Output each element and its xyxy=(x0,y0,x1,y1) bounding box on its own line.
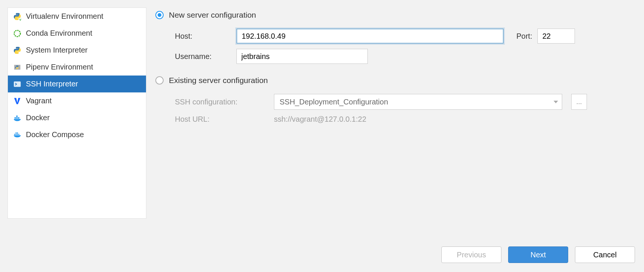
docker-compose-icon xyxy=(13,131,21,139)
ssh-config-browse-button[interactable]: ... xyxy=(571,94,587,110)
svg-rect-3 xyxy=(15,117,16,119)
svg-rect-8 xyxy=(15,134,17,135)
host-url-value: ssh://vagrant@127.0.0.1:22 xyxy=(274,115,366,124)
docker-icon xyxy=(13,114,21,122)
sidebar-item-docker[interactable]: Docker xyxy=(8,109,146,126)
chevron-down-icon xyxy=(554,101,558,103)
sidebar-item-label: Conda Environment xyxy=(26,29,92,38)
cancel-button[interactable]: Cancel xyxy=(575,246,635,263)
sidebar-item-label: System Interpreter xyxy=(26,46,88,54)
pipenv-icon xyxy=(13,63,21,71)
ssh-config-select[interactable]: SSH_Deployment_Configuration xyxy=(274,94,562,110)
interpreter-type-sidebar: v Virtualenv Environment Conda Environme… xyxy=(8,8,146,219)
ssh-config-value: SSH_Deployment_Configuration xyxy=(280,98,388,106)
sidebar-item-ssh[interactable]: SSH Interpreter xyxy=(8,76,146,92)
username-input[interactable] xyxy=(236,49,368,64)
existing-server-label: Existing server configuration xyxy=(169,76,268,85)
svg-rect-7 xyxy=(14,134,15,135)
sidebar-item-label: Docker Compose xyxy=(26,130,84,139)
host-input[interactable] xyxy=(236,29,504,44)
svg-rect-9 xyxy=(17,134,18,135)
host-label: Host: xyxy=(175,32,231,41)
radio-existing-server[interactable] xyxy=(155,76,164,85)
python-icon xyxy=(13,46,21,54)
radio-new-server[interactable] xyxy=(155,11,164,19)
sidebar-item-label: SSH Interpreter xyxy=(26,80,78,88)
svg-rect-12 xyxy=(17,132,18,133)
svg-rect-2 xyxy=(14,81,21,87)
ssh-config-panel: New server configuration Host: Port: Use… xyxy=(155,8,636,264)
python-virtualenv-icon: v xyxy=(13,12,21,21)
sidebar-item-virtualenv[interactable]: v Virtualenv Environment xyxy=(8,8,146,25)
sidebar-item-conda[interactable]: Conda Environment xyxy=(8,25,146,42)
conda-icon xyxy=(13,29,21,38)
sidebar-item-pipenv[interactable]: Pipenv Environment xyxy=(8,59,146,76)
sidebar-item-label: Virtualenv Environment xyxy=(26,12,103,21)
ssh-terminal-icon xyxy=(13,80,21,88)
sidebar-item-label: Vagrant xyxy=(26,97,52,105)
new-server-label: New server configuration xyxy=(169,11,256,20)
svg-rect-4 xyxy=(16,117,18,119)
svg-rect-6 xyxy=(16,115,18,117)
svg-rect-11 xyxy=(15,132,17,133)
svg-text:v: v xyxy=(20,18,22,21)
next-button[interactable]: Next xyxy=(508,246,568,263)
ssh-config-label: SSH configuration: xyxy=(175,98,269,106)
vagrant-icon xyxy=(13,97,21,105)
wizard-button-bar: Previous Next Cancel xyxy=(441,246,635,263)
sidebar-item-label: Docker xyxy=(26,113,50,122)
username-label: Username: xyxy=(175,52,231,61)
svg-rect-5 xyxy=(18,117,20,119)
sidebar-item-vagrant[interactable]: Vagrant xyxy=(8,92,146,109)
port-input[interactable] xyxy=(537,29,575,44)
sidebar-item-label: Pipenv Environment xyxy=(26,63,93,71)
sidebar-item-docker-compose[interactable]: Docker Compose xyxy=(8,126,146,143)
sidebar-item-system[interactable]: System Interpreter xyxy=(8,42,146,59)
svg-rect-10 xyxy=(18,134,20,135)
previous-button[interactable]: Previous xyxy=(441,246,501,263)
host-url-label: Host URL: xyxy=(175,115,269,124)
svg-point-1 xyxy=(14,30,21,36)
port-label: Port: xyxy=(516,32,532,41)
